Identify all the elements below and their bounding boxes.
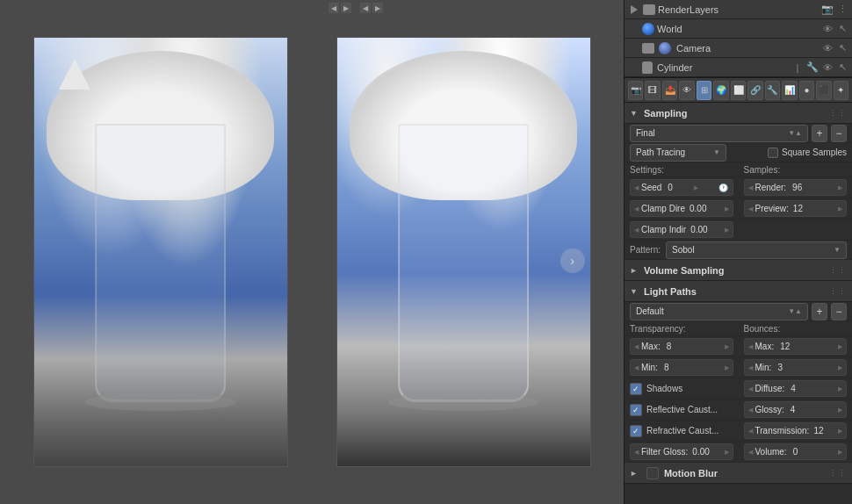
sampling-preset-row: Final ▼▲ + − bbox=[625, 124, 852, 143]
clamp-indir-value: 0.00 bbox=[690, 225, 707, 234]
render-label: Render: bbox=[755, 183, 787, 192]
shadows-checkbox[interactable]: ✓ bbox=[630, 383, 642, 395]
clamp-dir-field[interactable]: ◀ Clamp Dire 0.00 ▶ bbox=[630, 200, 733, 217]
path-tracing-dropdown[interactable]: Path Tracing ▼ bbox=[630, 144, 726, 162]
motion-blur-checkbox[interactable] bbox=[646, 467, 659, 479]
cylinder-icon bbox=[642, 61, 653, 74]
cylinder-wrench-icon[interactable]: 🔧 bbox=[806, 61, 819, 74]
triangle-icon bbox=[628, 4, 640, 16]
tool-output-icon[interactable]: 📤 bbox=[662, 81, 677, 100]
transmission-label: Transmission: bbox=[755, 426, 810, 436]
tool-modifier-icon[interactable]: 🔧 bbox=[765, 81, 780, 100]
preview-tri-left: ◀ bbox=[748, 205, 753, 212]
transparency-section-label: Transparency: bbox=[630, 324, 686, 334]
lp-minus-btn[interactable]: − bbox=[831, 303, 847, 320]
shadows-diffuse-row: ✓ Shadows ◀ Diffuse: 4 ▶ bbox=[625, 378, 852, 400]
scroll-right-area-arrow2[interactable]: ▶ bbox=[372, 3, 383, 13]
tool-world-icon[interactable]: 🌍 bbox=[713, 81, 728, 100]
render-field[interactable]: ◀ Render: 96 ▶ bbox=[744, 179, 848, 196]
clamp-dir-col: ◀ Clamp Dire 0.00 ▶ bbox=[625, 198, 739, 219]
transparency-min-col: ◀ Min: 8 ▶ bbox=[625, 357, 739, 378]
lp-add-btn[interactable]: + bbox=[812, 303, 827, 320]
filter-gloss-value: 0.00 bbox=[692, 447, 709, 457]
preview-tri-right: ▶ bbox=[838, 205, 842, 212]
filter-gloss-col: ◀ Filter Gloss: 0.00 ▶ bbox=[625, 442, 739, 462]
glossy-label: Glossy: bbox=[755, 405, 784, 414]
preview-field[interactable]: ◀ Preview: 12 ▶ bbox=[744, 200, 848, 217]
tool-constraint-icon[interactable]: 🔗 bbox=[747, 81, 762, 100]
diffuse-field[interactable]: ◀ Diffuse: 4 ▶ bbox=[744, 380, 848, 397]
transmission-field[interactable]: ◀ Transmission: 12 ▶ bbox=[744, 422, 848, 439]
tool-particle-icon[interactable]: ✦ bbox=[834, 81, 848, 100]
scroll-right-area-arrow[interactable]: ◀ bbox=[360, 3, 371, 13]
bounces-section-label: Bounces: bbox=[744, 324, 781, 334]
outliner-row-cylinder[interactable]: Cylinder | 🔧 👁 ↖ bbox=[625, 58, 852, 77]
tool-view-icon[interactable]: 👁 bbox=[679, 81, 694, 100]
clock-icon[interactable]: 🕐 bbox=[718, 184, 728, 192]
bounces-max-field[interactable]: ◀ Max: 12 ▶ bbox=[744, 338, 848, 355]
pattern-row: Pattern: Sobol ▼ bbox=[625, 241, 852, 260]
cylinder-eye-icon[interactable]: 👁 bbox=[821, 61, 834, 74]
volume-sampling-section-header[interactable]: ► Volume Sampling ⋮⋮ bbox=[625, 260, 852, 281]
cylinder-pipe-icon[interactable]: | bbox=[791, 61, 804, 74]
sampling-add-btn[interactable]: + bbox=[812, 125, 827, 142]
sampling-arrow: ▼ bbox=[630, 109, 640, 118]
tool-scene-icon[interactable]: ⊞ bbox=[697, 81, 711, 100]
sampling-minus-btn[interactable]: − bbox=[831, 125, 847, 142]
world-label: World bbox=[657, 24, 819, 34]
clamp-indir-tri-left: ◀ bbox=[634, 227, 639, 234]
cylinder-cursor-icon[interactable]: ↖ bbox=[836, 61, 848, 74]
filter-gloss-field[interactable]: ◀ Filter Gloss: 0.00 ▶ bbox=[630, 443, 733, 460]
nav-arrow[interactable]: › bbox=[560, 248, 585, 273]
camera-cursor-icon[interactable]: ↖ bbox=[836, 42, 848, 54]
bounces-min-field[interactable]: ◀ Min: 3 ▶ bbox=[744, 359, 848, 376]
seed-label: Seed bbox=[641, 183, 661, 192]
clamp-dir-label: Clamp Dire bbox=[641, 204, 685, 213]
sampling-preset-dropdown[interactable]: Final ▼▲ bbox=[630, 125, 808, 142]
volume-sampling-handle: ⋮⋮ bbox=[829, 266, 847, 275]
reflective-checkbox[interactable]: ✓ bbox=[630, 404, 642, 416]
seed-col: ◀ Seed 0 ▶ 🕐 bbox=[625, 177, 739, 198]
lp-preset-dropdown[interactable]: Default ▼▲ bbox=[630, 303, 808, 320]
render-value: 96 bbox=[792, 183, 802, 192]
volume-value: 0 bbox=[793, 447, 798, 457]
outliner-row-world[interactable]: World 👁 ↖ bbox=[625, 19, 852, 39]
world-eye-icon[interactable]: 👁 bbox=[821, 23, 834, 35]
volume-field[interactable]: ◀ Volume: 0 ▶ bbox=[744, 443, 848, 460]
refractive-checkbox[interactable]: ✓ bbox=[630, 425, 642, 437]
tool-material-icon[interactable]: ● bbox=[799, 81, 814, 100]
scroll-left-arrow[interactable]: ◀ bbox=[329, 3, 339, 13]
camera-eye-icon[interactable]: 👁 bbox=[821, 42, 834, 54]
renderlayers-menu-icon[interactable]: ⋮ bbox=[836, 4, 848, 16]
tool-render2-icon[interactable]: 🎞 bbox=[645, 81, 660, 100]
volume-sampling-arrow: ► bbox=[630, 266, 640, 275]
seed-tri-right: ▶ bbox=[694, 184, 698, 191]
light-paths-arrow: ▼ bbox=[630, 287, 640, 296]
sampling-section-header[interactable]: ▼ Sampling ⋮⋮ bbox=[625, 103, 852, 124]
render-tri-right: ▶ bbox=[838, 184, 842, 191]
transparency-min-field[interactable]: ◀ Min: 8 ▶ bbox=[630, 359, 733, 376]
cylinder-label: Cylinder bbox=[657, 62, 789, 73]
seed-field[interactable]: ◀ Seed 0 ▶ 🕐 bbox=[630, 179, 733, 196]
clamp-indir-field[interactable]: ◀ Clamp Indir 0.00 ▶ bbox=[630, 221, 733, 238]
light-paths-title: Light Paths bbox=[644, 286, 697, 297]
tool-texture-icon[interactable]: ⬛ bbox=[816, 81, 831, 100]
light-paths-section-header[interactable]: ▼ Light Paths ⋮⋮ bbox=[625, 281, 852, 302]
pattern-dropdown[interactable]: Sobol ▼ bbox=[666, 241, 847, 259]
square-samples-checkbox[interactable]: Square Samples bbox=[768, 148, 847, 158]
lp-max-row: ◀ Max: 8 ▶ ◀ Max: 12 ▶ bbox=[625, 336, 852, 357]
lp-min-row: ◀ Min: 8 ▶ ◀ Min: 3 ▶ bbox=[625, 357, 852, 378]
outliner-row-camera[interactable]: Camera 👁 ↖ bbox=[625, 39, 852, 58]
motion-blur-row[interactable]: ► Motion Blur ⋮⋮ bbox=[625, 463, 852, 484]
bounces-max-col: ◀ Max: 12 ▶ bbox=[739, 336, 853, 356]
tool-object-icon[interactable]: ⬜ bbox=[731, 81, 746, 100]
renderlayers-camera-icon[interactable]: 📷 bbox=[821, 4, 834, 16]
volume-sampling-title: Volume Sampling bbox=[644, 265, 724, 276]
transparency-max-field[interactable]: ◀ Max: 8 ▶ bbox=[630, 338, 733, 355]
glossy-field[interactable]: ◀ Glossy: 4 ▶ bbox=[744, 401, 848, 418]
world-cursor-icon[interactable]: ↖ bbox=[836, 23, 848, 35]
tool-render-icon[interactable]: 📷 bbox=[628, 81, 643, 100]
scroll-right-arrow[interactable]: ▶ bbox=[341, 3, 351, 13]
tool-data-icon[interactable]: 📊 bbox=[782, 81, 797, 100]
outliner-row-renderlayers[interactable]: RenderLayers 📷 ⋮ bbox=[625, 0, 852, 19]
